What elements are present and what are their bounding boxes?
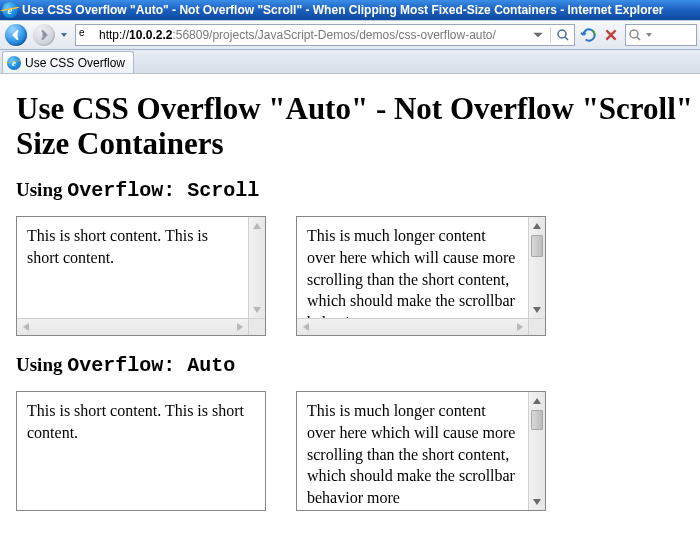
scroll-left-button[interactable]: [17, 319, 34, 335]
vertical-scrollbar[interactable]: [528, 217, 545, 318]
stop-button[interactable]: [603, 27, 619, 43]
panel-text: This is short content. This is short con…: [17, 392, 265, 510]
back-icon: [5, 24, 27, 46]
page-heading: Use CSS Overflow "Auto" - Not Overflow "…: [16, 92, 684, 161]
divider: [550, 27, 551, 43]
panel-text: This is short content. This is short con…: [17, 217, 248, 318]
section-2-heading: Using Overflow: Auto: [16, 354, 684, 377]
tab-title: Use CSS Overflow: [25, 56, 125, 70]
scroll-thumb[interactable]: [531, 410, 543, 430]
tab-favicon: e: [7, 56, 21, 70]
dropdown-icon[interactable]: [531, 28, 545, 42]
row-scroll: This is short content. This is short con…: [16, 216, 684, 336]
page-content: Use CSS Overflow "Auto" - Not Overflow "…: [0, 74, 700, 521]
ie-logo-icon: e: [2, 2, 18, 18]
window-title: Use CSS Overflow "Auto" - Not Overflow "…: [22, 3, 664, 17]
nav-history-dropdown[interactable]: [59, 23, 69, 47]
svg-line-1: [565, 37, 568, 40]
back-button[interactable]: [3, 23, 29, 47]
panel-auto-long: This is much longer content over here wh…: [296, 391, 546, 511]
panel-text: This is much longer content over here wh…: [297, 392, 528, 510]
panel-scroll-short: This is short content. This is short con…: [16, 216, 266, 336]
forward-button[interactable]: [31, 23, 57, 47]
page-icon: e: [79, 27, 95, 43]
url-text: http://10.0.2.2:56809/projects/JavaScrip…: [99, 28, 527, 42]
forward-icon: [33, 24, 55, 46]
address-bar[interactable]: e http://10.0.2.2:56809/projects/JavaScr…: [75, 24, 575, 46]
scroll-corner: [248, 318, 265, 335]
tab-strip: e Use CSS Overflow: [0, 50, 700, 74]
scroll-up-button[interactable]: [529, 392, 545, 409]
scroll-right-button[interactable]: [231, 319, 248, 335]
scroll-corner: [528, 318, 545, 335]
scroll-down-button[interactable]: [529, 493, 545, 510]
vertical-scrollbar[interactable]: [528, 392, 545, 510]
scroll-down-button[interactable]: [249, 301, 265, 318]
horizontal-scrollbar[interactable]: [297, 318, 528, 335]
panel-scroll-long: This is much longer content over here wh…: [296, 216, 546, 336]
scroll-thumb[interactable]: [531, 235, 543, 257]
scroll-down-button[interactable]: [529, 301, 545, 318]
svg-line-5: [637, 37, 640, 40]
window-titlebar: e Use CSS Overflow "Auto" - Not Overflow…: [0, 0, 700, 20]
panel-text: This is much longer content over here wh…: [297, 217, 528, 318]
scroll-left-button[interactable]: [297, 319, 314, 335]
scroll-right-button[interactable]: [511, 319, 528, 335]
browser-tab[interactable]: e Use CSS Overflow: [2, 51, 134, 73]
refresh-button[interactable]: [580, 26, 598, 44]
section-1-heading: Using Overflow: Scroll: [16, 179, 684, 202]
horizontal-scrollbar[interactable]: [17, 318, 248, 335]
search-provider-icon: [628, 28, 642, 42]
vertical-scrollbar[interactable]: [248, 217, 265, 318]
search-dropdown-icon[interactable]: [645, 31, 653, 39]
browser-toolbar: e http://10.0.2.2:56809/projects/JavaScr…: [0, 20, 700, 50]
svg-point-4: [630, 30, 638, 38]
search-icon[interactable]: [556, 28, 570, 42]
svg-point-0: [558, 30, 566, 38]
search-box[interactable]: [625, 24, 697, 46]
scroll-up-button[interactable]: [249, 217, 265, 234]
panel-auto-short: This is short content. This is short con…: [16, 391, 266, 511]
row-auto: This is short content. This is short con…: [16, 391, 684, 511]
scroll-up-button[interactable]: [529, 217, 545, 234]
